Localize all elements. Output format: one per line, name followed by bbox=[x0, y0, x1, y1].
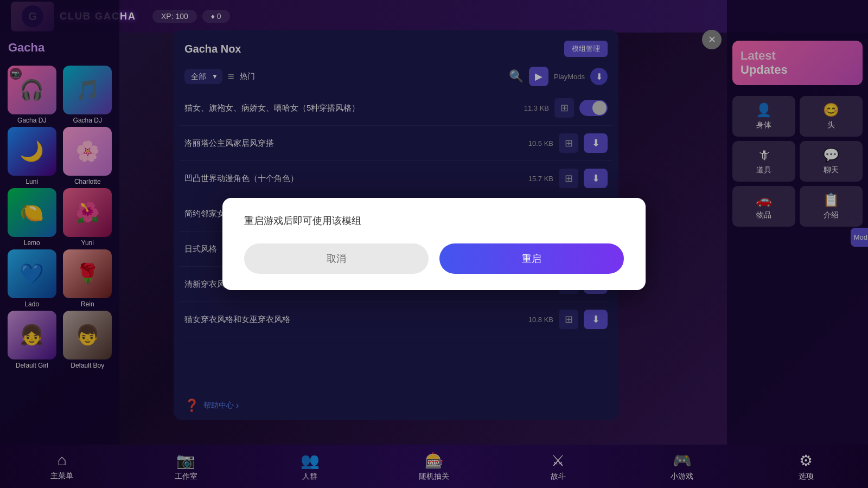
restart-button[interactable]: 重启 bbox=[439, 243, 624, 274]
confirm-dialog: 重启游戏后即可使用该模组 取消 重启 bbox=[222, 198, 646, 290]
confirm-buttons: 取消 重启 bbox=[244, 243, 624, 274]
confirm-message: 重启游戏后即可使用该模组 bbox=[244, 214, 624, 227]
cancel-button[interactable]: 取消 bbox=[244, 243, 429, 274]
